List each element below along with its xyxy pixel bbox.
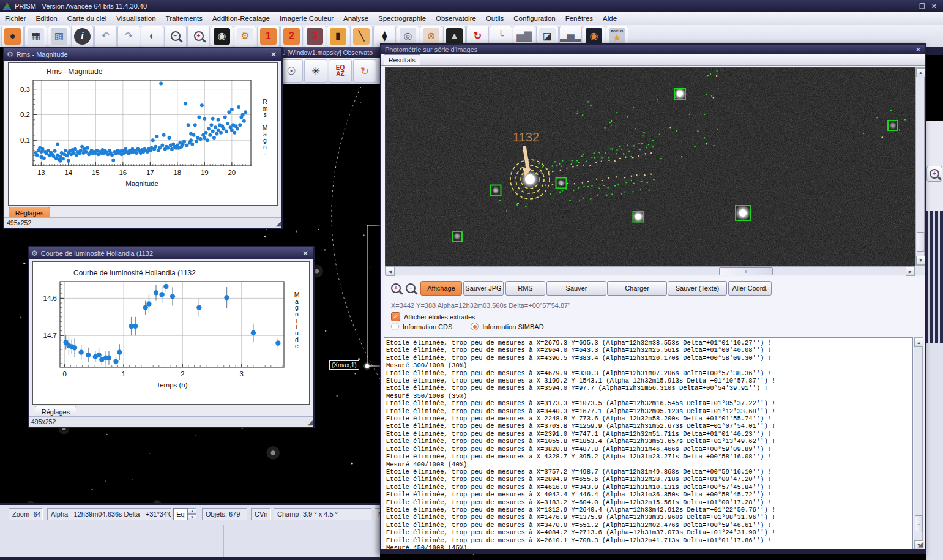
spinner-down-icon[interactable]: ▼ [188,514,196,520]
image-vscroll-thumb[interactable]: = [917,232,925,252]
menu-item-aide[interactable]: Aide [598,12,622,25]
close-button[interactable]: ✕ [931,2,937,10]
menu-item-carte-du-ciel[interactable]: Carte du ciel [62,12,112,25]
photometry-titlebar[interactable]: Photométrie sur série d'images ✕ [381,45,925,54]
resize-grip-icon[interactable]: ◢ [918,540,923,548]
log-line: Etoile éliminée, trop peu de mesures à X… [386,483,912,491]
menu-item-addition-recalage[interactable]: Addition-Recalage [207,12,275,25]
photometry-bottom-edge [381,549,925,553]
button-charger[interactable]: Charger [607,281,667,296]
info-icon[interactable]: i [71,26,94,47]
focuser-motor-icon[interactable]: ▮ [327,26,349,47]
image-adjust-icon[interactable]: ▧ [48,26,70,47]
spinner-up-icon[interactable]: ▲ [188,508,196,514]
open-image-icon[interactable]: ● [1,26,24,47]
menu-item-imagerie-couleur[interactable]: Imagerie Couleur [275,12,338,25]
camera3-icon[interactable]: 3 [304,26,326,47]
image-zoom-icon[interactable]: ◉ [211,26,233,47]
center-view-icon[interactable]: ✳ [304,59,327,83]
rms-window-titlebar[interactable]: ⚙ Rms - Magnitude ✕ [4,48,281,61]
menu-item-visualisation[interactable]: Visualisation [111,12,160,25]
maximize-button[interactable]: ❒ [919,2,925,10]
image-zoom-icon: ◉ [214,28,230,45]
scroll-right-icon[interactable]: ▶ [906,267,915,276]
log-vscroll-thumb[interactable]: = [915,515,923,532]
resize-grip-icon[interactable]: ◢ [308,419,313,426]
button-rms[interactable]: RMS [505,281,545,296]
information-cds-radio[interactable] [391,323,399,330]
scroll-down-icon[interactable]: ▼ [916,256,925,265]
menu-item-observatoire[interactable]: Observatoire [431,12,481,25]
zoom-out-icon[interactable]: − [406,283,416,293]
tab-resultats[interactable]: Résultats [384,54,420,65]
close-icon[interactable]: ✕ [300,249,311,258]
planetarium-icon: ◎ [400,28,416,45]
mosaic-icon: ▲ [446,28,463,45]
open-image-icon: ● [4,28,21,45]
scroll-left-icon[interactable]: ◀ [386,267,395,276]
button-affichage[interactable]: Affichage [420,281,462,296]
eq-az-icon[interactable]: EQAZ [329,59,352,83]
close-icon[interactable]: ✕ [268,50,279,59]
mapsky-titlebar[interactable]: U [Window1.mapsky] Observato [278,47,380,58]
menu-item-traitements[interactable]: Traitements [161,12,207,25]
log-vscrollbar[interactable]: ▲ = ▼ [914,337,923,550]
image-vscrollbar[interactable]: ▲ = ▼ [915,67,925,266]
log-line: Etoile éliminée, trop peu de mesures à X… [386,499,912,506]
camera1-icon[interactable]: 1 [257,26,280,47]
button-sauver-texte[interactable]: Sauver (Texte) [668,281,727,296]
sync-icon[interactable]: ↻ [353,59,376,83]
log-line: Etoile éliminée, trop peu de mesures à X… [386,370,912,377]
button-sauver-jpg[interactable]: Sauver JPG [463,281,504,296]
scroll-up-icon[interactable]: ▲ [914,338,923,347]
starfield-image[interactable]: 1132 [385,67,916,267]
show-extracted-stars-checkbox[interactable]: ✓ [391,312,400,321]
zoom-in-icon[interactable]: + [391,283,401,293]
log-line: Etoile éliminée, trop peu de mesures à X… [386,529,912,536]
information-simbad-radio[interactable] [471,323,479,330]
coordinate-mode-value[interactable]: Eq [173,508,188,520]
menu-item-spectrographie[interactable]: Spectrographie [373,12,431,25]
response-curve-icon: ╰ [493,28,509,45]
contrast-icon: ◐ [144,28,160,45]
photometry-title: Photométrie sur série d'images [385,46,477,53]
button-sauver[interactable]: Sauver [546,281,606,296]
menu-item-analyse[interactable]: Analyse [338,12,373,25]
mapsky-window[interactable]: U [Window1.mapsky] Observato ☉✳EQAZ↻ [278,47,380,84]
image-hscrollbar[interactable]: ◀ ‖ ▶ [385,266,915,275]
zoom-in-icon: + [194,31,204,41]
image-hscroll-thumb[interactable]: ‖ [719,267,773,275]
process-gear-icon[interactable]: ⚙ [234,26,256,47]
zoom-in-icon[interactable]: + [187,26,210,47]
zoom-out-icon[interactable]: − [164,26,187,47]
app-title: PRISM - Version Avancée 64 bits 11.4.30.… [15,2,147,10]
log-line: Etoile éliminée, trop peu de mesures à X… [386,537,912,544]
menu-item-fichier[interactable]: Fichier [0,12,31,25]
lightcurve-window-status: 495x252 ◢ [29,416,313,427]
status-field-of-view: Champ=3.9 ° x 4.5 ° [274,508,371,520]
coordinate-mode-spinner[interactable]: Eq ▲ ▼ [173,508,198,520]
lightcurve-window-titlebar[interactable]: ⚙ Courbe de luminosité Hollandia (1132 ✕ [29,247,313,259]
menu-item-outils[interactable]: Outils [481,12,509,25]
status-objects: Objets: 679 [202,508,247,520]
telescope-icon[interactable]: ╲ [350,26,373,47]
button-aller-coord[interactable]: Aller Coord. [728,281,772,296]
minimize-button[interactable]: – [909,2,913,10]
rms-y-axis-label: R m s M a g n . [258,99,272,157]
resize-grip-icon[interactable]: ◢ [276,220,281,227]
scroll-up-icon[interactable]: ▲ [916,68,925,77]
focuser-motor-icon: ▮ [330,28,346,45]
camera2-icon[interactable]: 2 [280,26,303,47]
menu-item-configuration[interactable]: Configuration [509,12,560,25]
log-line: Etoile éliminée, trop peu de mesures à X… [386,438,912,445]
save-icon[interactable]: ▦ [24,26,47,47]
magnifier-plus-button[interactable]: + [926,166,942,182]
app-titlebar[interactable]: PRISM - Version Avancée 64 bits 11.4.30.… [0,0,943,12]
undo-icon[interactable]: ↶ [94,26,117,47]
solar-system-icon[interactable]: ☉ [280,59,303,83]
contrast-icon[interactable]: ◐ [141,26,163,47]
redo-icon[interactable]: ↷ [117,26,140,47]
menu-item-fen-tres[interactable]: Fenêtres [561,12,598,25]
menu-item-edition[interactable]: Edition [31,12,62,25]
close-icon[interactable]: ✕ [915,46,921,54]
